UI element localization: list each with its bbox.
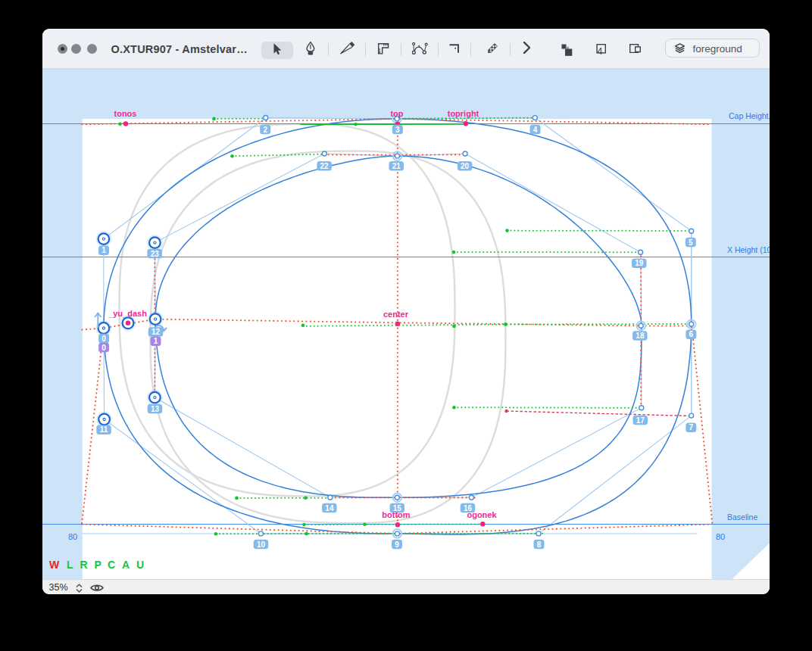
svg-text:2: 2: [263, 126, 267, 134]
svg-text:1: 1: [102, 246, 106, 254]
svg-text:80: 80: [68, 532, 77, 541]
svg-text:8: 8: [536, 540, 541, 549]
svg-text:4: 4: [597, 46, 602, 55]
svg-text:topright: topright: [447, 109, 479, 118]
svg-text:P: P: [94, 559, 101, 571]
svg-text:W: W: [49, 559, 60, 571]
svg-text:9: 9: [395, 540, 399, 549]
svg-text:23: 23: [150, 250, 159, 258]
svg-text:3: 3: [395, 126, 400, 134]
svg-text:Cap Height, A: Cap Height, A: [729, 111, 770, 120]
svg-text:U: U: [136, 559, 144, 571]
svg-text:bottom: bottom: [382, 510, 410, 519]
svg-text:12: 12: [151, 328, 160, 336]
svg-text:1: 1: [153, 337, 158, 345]
svg-text:C: C: [108, 559, 115, 571]
svg-text:A: A: [122, 559, 130, 571]
svg-text:21: 21: [392, 162, 401, 170]
svg-text:center: center: [383, 310, 408, 319]
svg-text:18: 18: [636, 332, 645, 340]
svg-text:top: top: [390, 109, 403, 118]
svg-text:10: 10: [256, 540, 265, 549]
svg-text:17: 17: [636, 416, 645, 425]
svg-text:Baseline: Baseline: [727, 512, 757, 522]
svg-text:13: 13: [150, 405, 159, 413]
svg-text:_yu_dash: _yu_dash: [108, 309, 147, 318]
svg-text:14: 14: [325, 504, 334, 512]
svg-text:R: R: [80, 559, 87, 571]
svg-text:7: 7: [689, 423, 693, 431]
svg-text:11: 11: [99, 425, 108, 434]
svg-text:L: L: [67, 559, 73, 571]
svg-text:0: 0: [102, 335, 106, 343]
svg-text:5: 5: [689, 238, 693, 247]
svg-text:4: 4: [532, 126, 537, 134]
svg-text:6: 6: [689, 330, 693, 338]
svg-text:80: 80: [716, 532, 725, 541]
svg-text:0: 0: [102, 344, 106, 352]
svg-text:ogonek: ogonek: [467, 510, 497, 519]
svg-text:22: 22: [320, 162, 329, 170]
svg-text:X Height (100: X Height (100: [727, 245, 770, 254]
svg-text:20: 20: [461, 162, 470, 170]
svg-text:19: 19: [635, 259, 644, 267]
svg-text:tonos: tonos: [114, 109, 136, 118]
